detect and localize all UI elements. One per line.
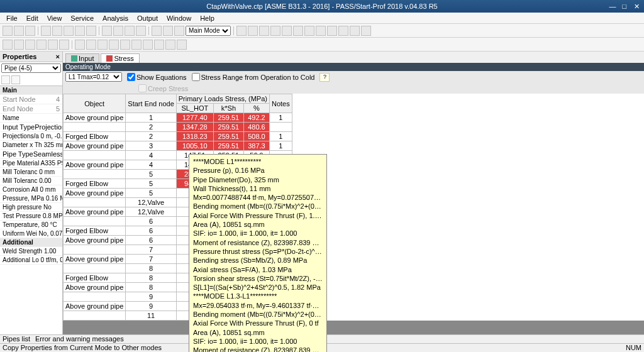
toolbar-button[interactable]	[75, 26, 85, 36]
toolbar-button[interactable]	[120, 40, 130, 50]
pipe-selector[interactable]: Pipe (4-5)	[1, 63, 61, 73]
toolbar-button[interactable]	[361, 26, 371, 36]
maximize-button[interactable]: □	[619, 3, 630, 10]
menu-file[interactable]: File	[3, 14, 21, 23]
toolbar-button[interactable]	[52, 26, 62, 36]
main-content: Input Stress Operating Mode L1 Tmax=0.12…	[63, 52, 644, 334]
section-additional: Additional	[0, 238, 62, 247]
help-button[interactable]: ?	[319, 73, 330, 82]
toolbar-button[interactable]	[131, 40, 142, 50]
tab-errors[interactable]: Error and warning messages	[35, 335, 124, 343]
tab-pipes-list[interactable]: Pipes list	[3, 335, 30, 343]
operating-mode-select[interactable]: L1 Tmax=0.12	[65, 72, 122, 82]
table-row[interactable]: Above ground pipe11277.40259.51492.21	[64, 113, 292, 123]
toolbar-button[interactable]	[248, 26, 258, 36]
table-row[interactable]: Above ground pipe31005.10259.51387.31	[64, 141, 292, 151]
creep-stress-checkbox: Creep Stress	[138, 84, 188, 92]
toolbar-button[interactable]	[136, 26, 146, 36]
toolbar-button[interactable]	[350, 26, 360, 36]
calculation-tooltip: ****MODE L1**********Pressure (p), 0.16 …	[189, 154, 327, 352]
menu-analysis[interactable]: Analysis	[99, 14, 132, 23]
toolbar-button[interactable]	[3, 26, 13, 36]
toolbar-button[interactable]	[293, 26, 303, 36]
toolbar-button[interactable]	[259, 26, 269, 36]
toolbar-button[interactable]	[59, 40, 69, 50]
properties-title: Properties	[3, 53, 36, 60]
prop-tool-button[interactable]	[1, 75, 10, 84]
toolbar-button[interactable]	[125, 26, 135, 36]
toolbar-button[interactable]	[174, 26, 184, 36]
toolbar-button[interactable]	[177, 40, 187, 50]
toolbar-button[interactable]	[14, 40, 24, 50]
toolbar-button[interactable]	[97, 40, 108, 50]
panel-close-icon[interactable]: ×	[56, 53, 60, 60]
toolbar-button[interactable]	[282, 26, 292, 36]
table-row[interactable]: 21347.28259.51480.6	[64, 123, 292, 132]
window-titlebar: CtapWithValve.ctp [ASME B31.3 - 2016] - …	[0, 0, 644, 13]
menu-help[interactable]: Help	[196, 14, 218, 23]
window-title: CtapWithValve.ctp [ASME B31.3 - 2016] - …	[206, 3, 437, 10]
minimize-button[interactable]: —	[608, 3, 618, 10]
tab-input[interactable]: Input	[65, 53, 99, 63]
properties-panel: Properties× Pipe (4-5) Main Start Node4 …	[0, 52, 63, 334]
toolbar-button[interactable]	[36, 40, 47, 50]
toolbar-2	[0, 38, 644, 52]
toolbar-button[interactable]	[86, 40, 96, 50]
stress-icon	[106, 55, 113, 62]
stress-table: Object Start End node Primary Loads Stre…	[63, 94, 644, 321]
toolbar-button[interactable]	[304, 26, 314, 36]
input-icon	[71, 55, 77, 62]
toolbar-button[interactable]	[14, 26, 24, 36]
status-text: Copy Properties from Current Mode to Oth…	[3, 344, 162, 352]
toolbar-button[interactable]	[48, 40, 58, 50]
menu-window[interactable]: Window	[163, 14, 195, 23]
toolbar-button[interactable]	[86, 26, 96, 36]
toolbar-button[interactable]	[163, 26, 173, 36]
col-object[interactable]: Object	[64, 94, 126, 113]
toolbar-button[interactable]	[113, 26, 123, 36]
toolbar-button[interactable]	[327, 26, 337, 36]
toolbar-button[interactable]	[338, 26, 348, 36]
col-notes[interactable]: Notes	[269, 94, 292, 113]
prop-tool-button[interactable]	[11, 75, 20, 84]
toolbar-button[interactable]	[75, 40, 85, 50]
col-primary[interactable]: Primary Loads Stress, (MPa)	[176, 94, 269, 104]
toolbar-1: Main Mode	[0, 24, 644, 38]
mode-dropdown[interactable]: Main Mode	[186, 26, 231, 36]
toolbar-button[interactable]	[236, 26, 247, 36]
toolbar-button[interactable]	[102, 26, 112, 36]
toolbar-button[interactable]	[165, 40, 175, 50]
operating-mode-label: Operating Mode	[63, 63, 644, 71]
toolbar-button[interactable]	[25, 40, 35, 50]
col-node[interactable]: Start End node	[126, 94, 176, 113]
toolbar-button[interactable]	[152, 26, 162, 36]
table-row[interactable]: Forged Elbow21318.23259.51508.01	[64, 132, 292, 141]
toolbar-button[interactable]	[41, 26, 51, 36]
toolbar-button[interactable]	[3, 40, 13, 50]
menu-service[interactable]: Service	[67, 14, 97, 23]
toolbar-button[interactable]	[64, 26, 74, 36]
close-button[interactable]: ✕	[631, 3, 641, 11]
tab-stress[interactable]: Stress	[101, 53, 139, 63]
toolbar-button[interactable]	[270, 26, 280, 36]
menu-view[interactable]: View	[43, 14, 66, 23]
toolbar-button[interactable]	[143, 40, 153, 50]
toolbar-button[interactable]	[25, 26, 35, 36]
toolbar-button[interactable]	[109, 40, 119, 50]
toolbar-button[interactable]	[316, 26, 326, 36]
stress-range-checkbox[interactable]: Stress Range from Operation to Cold	[192, 73, 315, 81]
menu-edit[interactable]: Edit	[23, 14, 42, 23]
status-num: NUM	[626, 344, 641, 352]
section-main: Main	[0, 86, 62, 95]
menu-output[interactable]: Output	[133, 14, 162, 23]
toolbar-button[interactable]	[154, 40, 164, 50]
menubar: File Edit View Service Analysis Output W…	[0, 13, 644, 24]
show-equations-checkbox[interactable]: Show Equations	[127, 73, 187, 81]
